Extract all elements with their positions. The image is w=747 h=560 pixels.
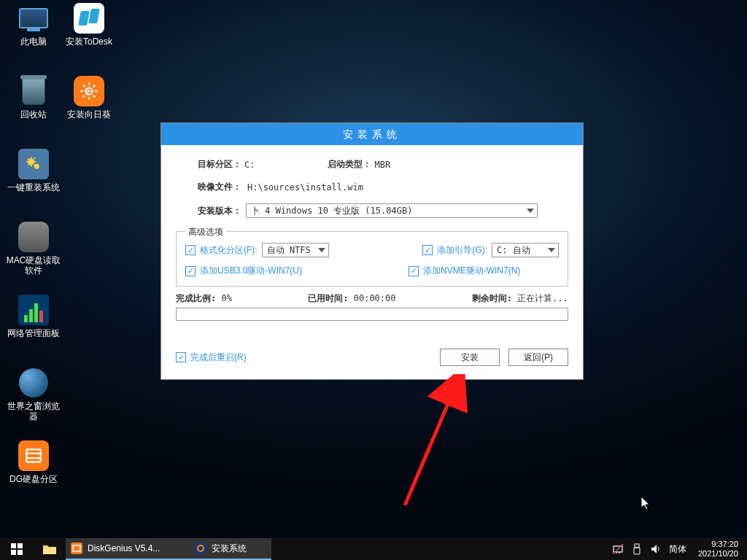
svg-rect-20	[634, 548, 640, 554]
svg-rect-12	[43, 548, 56, 554]
chevron-down-icon	[527, 209, 534, 213]
format-select[interactable]: 自动 NTFS	[262, 243, 329, 257]
task-label: DiskGenius V5.4...	[88, 543, 160, 553]
task-diskgenius[interactable]: DiskGenius V5.4...	[66, 538, 190, 560]
desktop-icon-this-pc[interactable]: 此电脑	[6, 3, 61, 47]
clock-date: 2021/10/20	[698, 549, 738, 559]
desktop-icon-todesk[interactable]: 安装ToDesk	[61, 3, 117, 47]
task-label: 安装系统	[212, 542, 247, 555]
svg-rect-15	[195, 542, 206, 554]
image-file-label: 映像文件：	[198, 181, 241, 193]
nvme-checkbox[interactable]: ✓	[409, 266, 419, 276]
svg-rect-9	[18, 543, 23, 548]
clock-time: 9:37:20	[698, 540, 738, 549]
elapsed-value: 00:00:00	[354, 293, 396, 303]
desktop-label: 网络管理面板	[6, 328, 61, 338]
restart-label: 完成后重启(R)	[190, 351, 247, 364]
installer-icon	[194, 542, 207, 555]
installer-dialog: 安装系统 目标分区： C: 启动类型： MBR 映像文件： H:\sources…	[160, 122, 584, 380]
install-button[interactable]: 安装	[440, 349, 500, 366]
nvme-label: 添加NVME驱动-WIN7(N)	[423, 265, 520, 277]
start-button[interactable]	[0, 538, 34, 560]
volume-icon[interactable]	[650, 543, 662, 555]
desktop-label: DG硬盘分区	[6, 474, 61, 484]
elapsed-label: 已用时间:	[308, 293, 348, 303]
bars-icon	[18, 295, 49, 325]
svg-rect-19	[635, 544, 639, 548]
svg-rect-8	[11, 543, 16, 548]
svg-marker-4	[88, 90, 92, 93]
usb3-checkbox[interactable]: ✓	[185, 266, 196, 276]
desktop-icon-net-panel[interactable]: 网络管理面板	[6, 295, 61, 338]
remain-value: 正在计算...	[517, 293, 568, 303]
target-partition-label: 目标分区：	[198, 158, 241, 171]
svg-marker-21	[651, 545, 657, 553]
clock[interactable]: 9:37:20 2021/10/20	[694, 540, 743, 559]
format-label: 格式化分区(F):	[200, 244, 258, 257]
svg-rect-11	[18, 550, 23, 555]
remain-label: 剩余时间:	[472, 293, 512, 303]
task-installer[interactable]: 安装系统	[190, 538, 271, 560]
desktop-icon-dg[interactable]: DG硬盘分区	[6, 440, 61, 484]
addboot-select[interactable]: C: 自动	[492, 243, 559, 257]
dg-icon	[18, 440, 49, 471]
desktop-icon-reinstall[interactable]: 一键重装系统	[6, 149, 61, 192]
dialog-body: 目标分区： C: 启动类型： MBR 映像文件： H:\sources\inst…	[161, 145, 583, 379]
gears-icon	[18, 149, 49, 179]
target-partition-value: C:	[244, 160, 255, 170]
addboot-select-value: C: 自动	[497, 244, 530, 257]
desktop-icon-recycle[interactable]: 回收站	[6, 76, 61, 120]
progress-label: 完成比例:	[176, 293, 216, 303]
desktop-icon-mac-hdd[interactable]: MAC硬盘读取软件	[6, 222, 61, 276]
restart-checkbox[interactable]: ✓	[176, 352, 186, 362]
desktop-label: 安装向日葵	[61, 109, 117, 120]
version-select[interactable]: 卜 4 Windows 10 专业版 (15.04GB)	[246, 203, 538, 218]
apple-hdd-icon	[18, 222, 49, 252]
windows-logo-icon	[11, 543, 23, 555]
svg-rect-2	[26, 449, 41, 462]
advanced-fieldset: 高级选项 ✓ 格式化分区(F): 自动 NTFS ✓ 添加引导(G):	[176, 231, 568, 287]
desktop-icon-browser[interactable]: 世界之窗浏览器	[6, 368, 61, 421]
addboot-checkbox[interactable]: ✓	[422, 245, 433, 255]
cursor-icon	[641, 497, 651, 511]
network-icon[interactable]	[612, 543, 624, 555]
ime-indicator[interactable]: 简体	[669, 543, 686, 556]
explorer-button[interactable]	[34, 538, 66, 560]
system-tray: 简体 9:37:20 2021/10/20	[612, 538, 747, 560]
svg-marker-7	[641, 497, 649, 510]
progress-value: 0%	[221, 293, 231, 303]
format-checkbox[interactable]: ✓	[185, 245, 196, 255]
boot-type-label: 启动类型：	[328, 158, 371, 171]
globe-icon	[18, 368, 49, 398]
pc-icon	[18, 3, 49, 34]
status-row: 完成比例: 0% 已用时间: 00:00:00 剩余时间: 正在计算...	[176, 292, 568, 305]
image-file-value: H:\sources\install.wim	[247, 182, 363, 192]
dg-icon	[70, 542, 83, 555]
desktop-label: MAC硬盘读取软件	[6, 255, 61, 276]
usb-icon[interactable]	[631, 543, 643, 555]
svg-line-18	[613, 544, 623, 554]
dialog-title: 安装系统	[161, 123, 583, 145]
progress-bar	[176, 308, 568, 321]
desktop-label: 安装ToDesk	[61, 36, 117, 47]
addboot-label: 添加引导(G):	[437, 244, 487, 257]
todesk-icon	[74, 3, 104, 34]
version-label: 安装版本：	[198, 205, 241, 217]
desktop-label: 一键重装系统	[6, 182, 61, 192]
desktop-label: 回收站	[6, 109, 61, 120]
usb3-label: 添加USB3.0驱动-WIN7(U)	[200, 265, 302, 277]
boot-type-value: MBR	[374, 160, 390, 170]
recycle-bin-icon	[18, 76, 49, 106]
chevron-down-icon	[548, 248, 555, 252]
format-select-value: 自动 NTFS	[267, 244, 311, 257]
version-select-value: 卜 4 Windows 10 专业版 (15.04GB)	[251, 205, 412, 217]
folder-icon	[42, 543, 57, 555]
desktop-icon-sunflower[interactable]: 安装向日葵	[61, 76, 117, 120]
desktop-label: 此电脑	[6, 36, 61, 47]
advanced-legend: 高级选项	[185, 226, 226, 238]
sunflower-icon	[74, 76, 104, 106]
taskbar: DiskGenius V5.4... 安装系统 简体 9:37:20 2021/…	[0, 538, 747, 560]
back-button[interactable]: 返回(P)	[508, 349, 568, 366]
chevron-down-icon	[318, 248, 325, 252]
desktop-label: 世界之窗浏览器	[6, 401, 61, 421]
